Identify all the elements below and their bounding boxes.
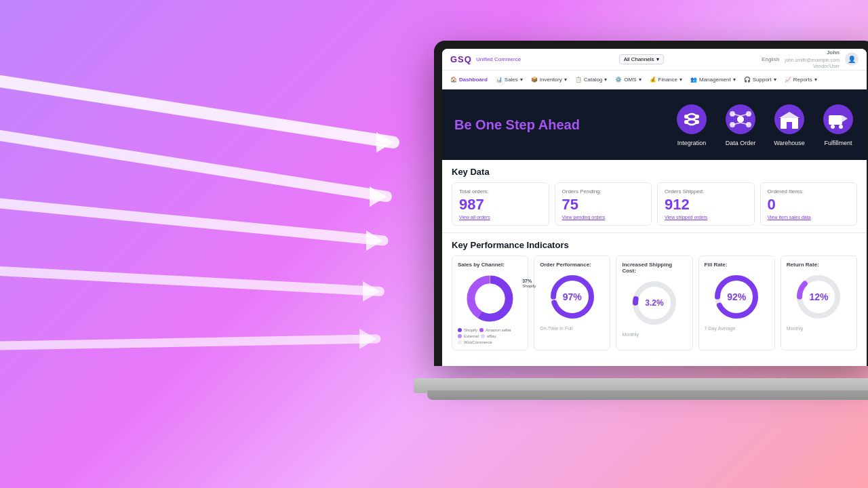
nav-finance[interactable]: 💰 Finance ▾ xyxy=(650,77,682,83)
svg-line-8 xyxy=(0,339,376,346)
module-data-order[interactable]: Data Order xyxy=(724,103,757,146)
nav-management[interactable]: 👥 Management ▾ xyxy=(690,77,736,83)
user-info: John john.smith@example.com Vendor/User xyxy=(785,49,840,69)
key-data-section: Key Data Total orders: 987 View all orde… xyxy=(442,160,867,233)
external-dot xyxy=(458,334,462,338)
svg-point-11 xyxy=(684,115,688,119)
kd-total-orders-label: Total orders: xyxy=(459,188,542,195)
nav-sales[interactable]: 📊 Sales ▾ xyxy=(496,77,523,83)
user-name: John xyxy=(785,49,840,56)
key-data-cards: Total orders: 987 View all orders Orders… xyxy=(452,182,857,226)
module-fulfillment[interactable]: Fulfillment xyxy=(822,103,854,146)
kd-pending-label: Orders Pending: xyxy=(562,188,645,195)
app-screen: GSQ Unified Commerce All Channels ▾ Engl… xyxy=(442,49,867,366)
legend-external: External xyxy=(458,334,479,338)
chevron-down-icon: ▾ xyxy=(656,56,659,62)
kd-orders-shipped: Orders Shipped: 912 View shipped orders xyxy=(657,182,755,226)
nav-dashboard[interactable]: 🏠 Dashboard xyxy=(450,77,488,83)
chevron-down-icon: ▾ xyxy=(520,77,523,83)
kpi-order-perf-label: Order Performance: xyxy=(540,262,604,268)
warehouse-icon xyxy=(773,103,806,136)
shopify-dot xyxy=(458,328,462,332)
svg-point-16 xyxy=(737,116,744,123)
svg-line-6 xyxy=(0,271,380,291)
svg-line-0 xyxy=(0,81,393,142)
channel-label: All Channels xyxy=(624,56,654,62)
kpi-fill-rate: Fill Rate: 92% 7 Day Average xyxy=(698,256,775,350)
channel-select[interactable]: All Channels ▾ xyxy=(619,54,664,64)
management-icon: 👥 xyxy=(690,77,697,83)
woocommerce-dot xyxy=(458,340,462,344)
chevron-down-icon: ▾ xyxy=(604,77,607,83)
kd-shipped-value: 912 xyxy=(665,197,747,212)
kd-ordered-items: Ordered Items: 0 View item sales data xyxy=(760,182,858,226)
svg-marker-7 xyxy=(363,281,380,302)
kd-shipped-label: Orders Shipped: xyxy=(665,188,747,195)
svg-marker-1 xyxy=(376,132,393,152)
amazon-dot xyxy=(479,328,484,332)
reports-icon: 📈 xyxy=(785,77,791,83)
svg-rect-28 xyxy=(787,122,792,129)
chevron-down-icon: ▾ xyxy=(679,77,682,83)
svg-marker-3 xyxy=(370,186,387,207)
svg-point-33 xyxy=(839,125,843,129)
kpi-return-rate: Return Rate: 12% Monthly xyxy=(781,256,857,350)
module-label-integration: Integration xyxy=(677,140,707,146)
svg-marker-5 xyxy=(366,230,383,251)
kd-total-orders-link[interactable]: View all orders xyxy=(459,215,542,220)
logo-sub: Unified Commerce xyxy=(476,56,521,62)
svg-line-4 xyxy=(0,203,383,241)
nav-reports[interactable]: 📈 Reports ▾ xyxy=(785,77,817,83)
kd-items-link[interactable]: View item sales data xyxy=(768,215,850,220)
return-rate-value: 12% xyxy=(809,291,828,302)
hero-modules: Integration xyxy=(675,103,854,146)
app-header: GSQ Unified Commerce All Channels ▾ Engl… xyxy=(442,49,867,70)
app-nav: 🏠 Dashboard 📊 Sales ▾ 📦 Inventory ▾ 📋 Ca… xyxy=(442,70,867,89)
donut-annotation: 37%Shopify xyxy=(522,279,536,288)
integration-icon xyxy=(675,103,708,136)
nav-oms[interactable]: ⚙️ OMS ▾ xyxy=(615,77,641,83)
laptop-mockup: GSQ Unified Commerce All Channels ▾ Engl… xyxy=(414,41,868,434)
nav-inventory[interactable]: 📦 Inventory ▾ xyxy=(531,77,567,83)
app-logo: GSQ Unified Commerce xyxy=(450,54,521,64)
kd-pending-value: 75 xyxy=(562,197,645,212)
nav-support[interactable]: 🎧 Support ▾ xyxy=(744,77,776,83)
chevron-down-icon: ▾ xyxy=(774,77,776,83)
donut-legend: Shopify Amazon seller External xyxy=(458,328,522,344)
kd-total-orders-value: 987 xyxy=(459,197,542,212)
logo-text: GSQ xyxy=(450,54,472,64)
kpi-shipping-cost: Increased Shipping Cost: 3.2% Monthly xyxy=(616,256,692,350)
avatar[interactable]: 👤 xyxy=(845,52,859,66)
svg-point-12 xyxy=(695,115,699,119)
kd-shipped-link[interactable]: View shipped orders xyxy=(665,215,747,220)
legend-woocommerce: WooCommerce xyxy=(458,340,492,344)
fill-rate-value: 92% xyxy=(727,291,746,302)
oms-icon: ⚙️ xyxy=(615,77,622,83)
catalog-icon: 📋 xyxy=(575,77,582,83)
kpi-section: Key Performance Indicators Sales by Chan… xyxy=(442,233,867,357)
hero-title-main: Be One Step xyxy=(454,117,538,132)
sales-icon: 📊 xyxy=(496,77,502,83)
laptop-base-bottom xyxy=(427,390,868,400)
svg-marker-9 xyxy=(359,329,376,349)
language-selector[interactable]: English xyxy=(762,56,779,62)
module-warehouse[interactable]: Warehouse xyxy=(773,103,806,146)
hero-title-accent: Ahead xyxy=(538,117,580,132)
chevron-down-icon: ▾ xyxy=(814,77,817,83)
user-role: Vendor/User xyxy=(785,63,840,69)
inventory-icon: 📦 xyxy=(531,77,538,83)
kpi-return-label: Return Rate: xyxy=(787,262,851,268)
kd-total-orders: Total orders: 987 View all orders xyxy=(452,182,549,226)
kpi-sales-label: Sales by Channel: xyxy=(458,262,522,268)
return-rate-chart: 12% xyxy=(787,273,851,321)
nav-catalog[interactable]: 📋 Catalog ▾ xyxy=(575,77,608,83)
svg-line-2 xyxy=(0,136,387,197)
kpi-order-performance: Order Performance: 97% On-Time In Full xyxy=(534,256,610,350)
shipping-sublabel: Monthly xyxy=(622,332,686,337)
kd-items-value: 0 xyxy=(768,197,850,212)
module-integration[interactable]: Integration xyxy=(675,103,708,146)
hero-section: Be One Step Ahead xyxy=(442,89,867,160)
kd-pending-link[interactable]: View pending orders xyxy=(562,215,645,220)
hero-title: Be One Step Ahead xyxy=(454,117,580,133)
shipping-value: 3.2% xyxy=(645,298,663,308)
